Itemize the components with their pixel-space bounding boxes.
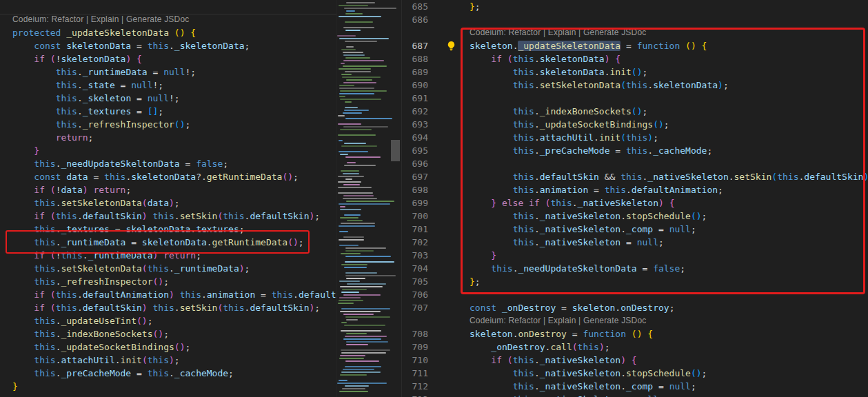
line-number[interactable]: 712 xyxy=(402,380,428,393)
code-line[interactable]: const skeletonData = this._skeletonData; xyxy=(0,39,336,52)
line-number[interactable]: 697 xyxy=(402,170,428,183)
code-line[interactable]: this._indexBoneSockets(); xyxy=(0,327,336,340)
codelens-row[interactable]: Codeium: Refactor | Explain | Generate J… xyxy=(402,314,868,327)
line-number[interactable]: 691 xyxy=(402,92,428,105)
line-number[interactable]: 692 xyxy=(402,105,428,118)
code-line[interactable]: this._refreshInspector(); xyxy=(0,275,336,288)
code-line[interactable]: this._skeleton = null!; xyxy=(0,92,336,105)
code-line[interactable]: if (!skeletonData) { xyxy=(0,52,336,65)
code-line[interactable]: this._updateUseTint(); xyxy=(0,314,336,327)
code-line[interactable]: this._runtimeData = null!; xyxy=(0,65,336,79)
line-number[interactable]: 687 xyxy=(402,39,428,52)
code-line[interactable]: 706 xyxy=(402,288,868,301)
code-line[interactable]: if (!this._runtimeData) return; xyxy=(0,249,336,262)
code-line[interactable]: 708skeleton.onDestroy = function () { xyxy=(402,327,868,340)
line-number[interactable]: 689 xyxy=(402,65,428,79)
codelens-row[interactable]: Codeium: Refactor | Explain | Generate J… xyxy=(0,13,336,26)
code-line[interactable]: protected _updateSkeletonData () { xyxy=(0,26,336,39)
line-number[interactable]: 701 xyxy=(402,223,428,236)
line-number[interactable]: 686 xyxy=(402,13,428,26)
line-number[interactable]: 696 xyxy=(402,157,428,170)
minimap[interactable] xyxy=(336,0,401,397)
code-line[interactable]: 709 _onDestroy.call(this); xyxy=(402,340,868,354)
code-line[interactable]: this._needUpdateSkeltonData = false; xyxy=(0,157,336,170)
code-line[interactable]: 700 this._nativeSkeleton.stopSchedule(); xyxy=(402,210,868,223)
code-line[interactable]: 703 } xyxy=(402,249,868,262)
line-number[interactable]: 685 xyxy=(402,0,428,13)
line-number[interactable]: 710 xyxy=(402,354,428,367)
code-line[interactable]: this.setSkeletonData(data); xyxy=(0,196,336,210)
code-line[interactable]: 713 this._nativeSkeleton = null; xyxy=(402,393,868,397)
code-line[interactable]: this.setSkeletonData(this._runtimeData); xyxy=(0,262,336,275)
code-line[interactable]: 696 xyxy=(402,157,868,170)
line-number[interactable]: 713 xyxy=(402,393,428,397)
code-line[interactable]: this._refreshInspector(); xyxy=(0,118,336,131)
code-line[interactable]: if (this.defaultSkin) this.setSkin(this.… xyxy=(0,210,336,223)
code-line[interactable]: 697 this.defaultSkin && this._nativeSkel… xyxy=(402,170,868,183)
line-number[interactable]: 703 xyxy=(402,249,428,262)
code-line[interactable]: 693 this._updateSocketBindings(); xyxy=(402,118,868,131)
line-number[interactable]: 693 xyxy=(402,118,428,131)
line-number[interactable] xyxy=(402,314,428,327)
code-line[interactable]: const data = this.skeletonData?.getRunti… xyxy=(0,170,336,183)
code-line[interactable]: 707const _onDestroy = skeleton.onDestroy… xyxy=(402,301,868,314)
code-line[interactable]: return; xyxy=(0,131,336,144)
code-line[interactable]: this.attachUtil.init(this); xyxy=(0,354,336,367)
line-number[interactable]: 711 xyxy=(402,367,428,380)
code-line[interactable]: 689 this.skeletonData.init(); xyxy=(402,65,868,79)
codelens-actions[interactable]: Codeium: Refactor | Explain | Generate J… xyxy=(470,314,646,327)
line-number[interactable]: 709 xyxy=(402,340,428,354)
code-line[interactable]: 701 this._nativeSkeleton._comp = null; xyxy=(402,223,868,236)
code-line[interactable]: 702 this._nativeSkeleton = null; xyxy=(402,236,868,249)
code-line[interactable]: 690 this.setSkeletonData(this.skeletonDa… xyxy=(402,79,868,92)
code-line[interactable]: 687skeleton._updateSkeletonData = functi… xyxy=(402,39,868,52)
scrollbar-thumb[interactable] xyxy=(391,140,400,161)
code-line[interactable]: 699 } else if (this._nativeSkeleton) { xyxy=(402,196,868,210)
code-line[interactable]: } xyxy=(0,144,336,157)
code-line[interactable]: 712 this._nativeSkeleton._comp = null; xyxy=(402,380,868,393)
code-line[interactable]: 711 this._nativeSkeleton.stopSchedule(); xyxy=(402,367,868,380)
code-line[interactable]: } xyxy=(0,380,336,393)
code-line[interactable]: 698 this.animation = this.defaultAnimati… xyxy=(402,183,868,196)
line-number[interactable]: 702 xyxy=(402,236,428,249)
code-line[interactable]: this._state = null!; xyxy=(0,79,336,92)
codelens-actions[interactable]: Codeium: Refactor | Explain | Generate J… xyxy=(470,26,646,39)
code-line[interactable]: 685}; xyxy=(402,0,868,13)
lightbulb-icon[interactable] xyxy=(446,41,456,51)
code-line[interactable]: this._textures = skeletonData.textures; xyxy=(0,223,336,236)
line-number[interactable]: 690 xyxy=(402,79,428,92)
code-line[interactable]: 695 this._preCacheMode = this._cacheMode… xyxy=(402,144,868,157)
line-number[interactable]: 704 xyxy=(402,262,428,275)
code-line[interactable]: 704 this._needUpdateSkeltonData = false; xyxy=(402,262,868,275)
line-number[interactable]: 700 xyxy=(402,210,428,223)
codelens-row[interactable]: Codeium: Refactor | Explain | Generate J… xyxy=(402,26,868,39)
line-number[interactable]: 698 xyxy=(402,183,428,196)
line-number[interactable]: 695 xyxy=(402,144,428,157)
code-line[interactable]: 686 xyxy=(402,13,868,26)
code-line[interactable]: 694 this.attachUtil.init(this); xyxy=(402,131,868,144)
code-line[interactable]: if (this.defaultSkin) this.setSkin(this.… xyxy=(0,301,336,314)
line-number[interactable]: 708 xyxy=(402,327,428,340)
code-line[interactable]: this._textures = []; xyxy=(0,105,336,118)
line-number[interactable]: 699 xyxy=(402,196,428,210)
code-line[interactable]: 688 if (this.skeletonData) { xyxy=(402,52,868,65)
line-number[interactable]: 707 xyxy=(402,301,428,314)
codelens-actions[interactable]: Codeium: Refactor | Explain | Generate J… xyxy=(12,13,189,26)
code-line[interactable]: this._preCacheMode = this._cacheMode; xyxy=(0,367,336,380)
code-line[interactable] xyxy=(0,0,336,13)
line-number[interactable]: 706 xyxy=(402,288,428,301)
line-number[interactable]: 694 xyxy=(402,131,428,144)
left-editor-pane[interactable]: Codeium: Refactor | Explain | Generate J… xyxy=(0,0,336,397)
code-line[interactable]: this._runtimeData = skeletonData.getRunt… xyxy=(0,236,336,249)
line-number[interactable] xyxy=(402,26,428,39)
code-line[interactable]: if (this.defaultAnimation) this.animatio… xyxy=(0,288,336,301)
line-number[interactable]: 688 xyxy=(402,52,428,65)
code-line[interactable]: 710 if (this._nativeSkeleton) { xyxy=(402,354,868,367)
code-line[interactable]: 692 this._indexBoneSockets(); xyxy=(402,105,868,118)
code-line[interactable]: if (!data) return; xyxy=(0,183,336,196)
code-line[interactable]: 691 xyxy=(402,92,868,105)
code-line[interactable]: 705}; xyxy=(402,275,868,288)
code-line[interactable]: this._updateSocketBindings(); xyxy=(0,340,336,354)
right-editor-pane[interactable]: 685};686Codeium: Refactor | Explain | Ge… xyxy=(401,0,868,397)
line-number[interactable]: 705 xyxy=(402,275,428,288)
